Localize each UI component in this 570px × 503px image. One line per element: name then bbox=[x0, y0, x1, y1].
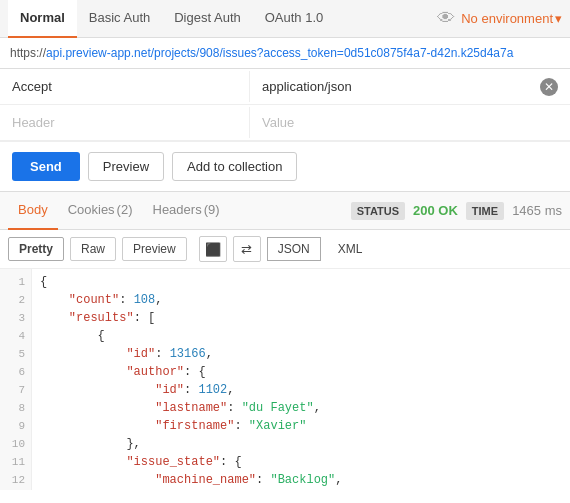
send-button[interactable]: Send bbox=[12, 152, 80, 181]
clear-accept-icon[interactable]: ✕ bbox=[540, 78, 558, 96]
json-line: "issue_state": { bbox=[40, 453, 562, 471]
tab-headers-resp[interactable]: Headers (9) bbox=[143, 192, 230, 230]
status-section: STATUS 200 OK TIME 1465 ms bbox=[351, 202, 562, 220]
json-line: "count": 108, bbox=[40, 291, 562, 309]
tab-headers-resp-label: Headers bbox=[153, 202, 202, 217]
time-label: TIME bbox=[466, 202, 504, 220]
header-key-placeholder[interactable]: Header bbox=[0, 107, 250, 138]
preview-button[interactable]: Preview bbox=[88, 152, 164, 181]
url-bar: https://api.preview-app.net/projects/908… bbox=[0, 38, 570, 69]
json-content: { "count": 108, "results": [ { "id": 131… bbox=[32, 269, 570, 490]
status-code: 200 OK bbox=[413, 203, 458, 218]
header-row-accept: Accept application/json ✕ bbox=[0, 69, 570, 105]
add-to-collection-button[interactable]: Add to collection bbox=[172, 152, 297, 181]
header-key-accept: Accept bbox=[0, 71, 250, 102]
format-bar: Pretty Raw Preview ⬛ ⇄ JSON XML bbox=[0, 230, 570, 269]
env-label: No environment bbox=[461, 11, 553, 26]
line-numbers: 1234567891011121314 bbox=[0, 269, 32, 490]
chevron-down-icon: ▾ bbox=[555, 11, 562, 26]
json-line: "firstname": "Xavier" bbox=[40, 417, 562, 435]
url-text: https://api.preview-app.net/projects/908… bbox=[10, 46, 560, 60]
format-raw-button[interactable]: Raw bbox=[70, 237, 116, 261]
env-section: 👁 No environment ▾ bbox=[437, 8, 562, 29]
status-label: STATUS bbox=[351, 202, 405, 220]
json-line: "id": 1102, bbox=[40, 381, 562, 399]
json-line: "name": "Backlog" bbox=[40, 489, 562, 490]
tab-cookies-badge: (2) bbox=[117, 202, 133, 217]
header-row-new: Header Value bbox=[0, 105, 570, 141]
json-line: }, bbox=[40, 435, 562, 453]
tab-body-label: Body bbox=[18, 202, 48, 217]
response-tabs: Body Cookies (2) Headers (9) STATUS 200 … bbox=[0, 192, 570, 230]
header-value-wrap-new: Value bbox=[250, 107, 570, 138]
tab-cookies[interactable]: Cookies (2) bbox=[58, 192, 143, 230]
format-json-button[interactable]: JSON bbox=[267, 237, 321, 261]
eye-icon[interactable]: 👁 bbox=[437, 8, 455, 29]
tab-cookies-label: Cookies bbox=[68, 202, 115, 217]
format-pretty-button[interactable]: Pretty bbox=[8, 237, 64, 261]
url-scheme: https:// bbox=[10, 46, 46, 60]
format-preview-button[interactable]: Preview bbox=[122, 237, 187, 261]
url-host: api.preview-app.net/projects/908/issues?… bbox=[46, 46, 513, 60]
json-line: { bbox=[40, 327, 562, 345]
tab-basic-auth[interactable]: Basic Auth bbox=[77, 0, 162, 38]
env-dropdown[interactable]: No environment ▾ bbox=[461, 11, 562, 26]
tab-headers-resp-badge: (9) bbox=[204, 202, 220, 217]
copy-icon[interactable]: ⬛ bbox=[199, 236, 227, 262]
header-value-accept: application/json bbox=[262, 79, 352, 94]
tab-digest-auth[interactable]: Digest Auth bbox=[162, 0, 253, 38]
tab-normal[interactable]: Normal bbox=[8, 0, 77, 38]
format-xml-button[interactable]: XML bbox=[327, 237, 374, 261]
wrap-icon[interactable]: ⇄ bbox=[233, 236, 261, 262]
headers-section: Accept application/json ✕ Header Value bbox=[0, 69, 570, 142]
tab-oauth[interactable]: OAuth 1.0 bbox=[253, 0, 336, 38]
json-line: "author": { bbox=[40, 363, 562, 381]
header-value-wrap-accept: application/json ✕ bbox=[250, 70, 570, 104]
json-line: "results": [ bbox=[40, 309, 562, 327]
json-line: "id": 13166, bbox=[40, 345, 562, 363]
time-value: 1465 ms bbox=[512, 203, 562, 218]
header-key-placeholder-text: Header bbox=[12, 115, 55, 130]
json-output: 1234567891011121314 { "count": 108, "res… bbox=[0, 269, 570, 490]
top-tab-bar: Normal Basic Auth Digest Auth OAuth 1.0 … bbox=[0, 0, 570, 38]
header-value-placeholder-text: Value bbox=[262, 115, 294, 130]
json-line: { bbox=[40, 273, 562, 291]
tab-body[interactable]: Body bbox=[8, 192, 58, 230]
json-line: "machine_name": "Backlog", bbox=[40, 471, 562, 489]
action-bar: Send Preview Add to collection bbox=[0, 142, 570, 192]
json-line: "lastname": "du Fayet", bbox=[40, 399, 562, 417]
